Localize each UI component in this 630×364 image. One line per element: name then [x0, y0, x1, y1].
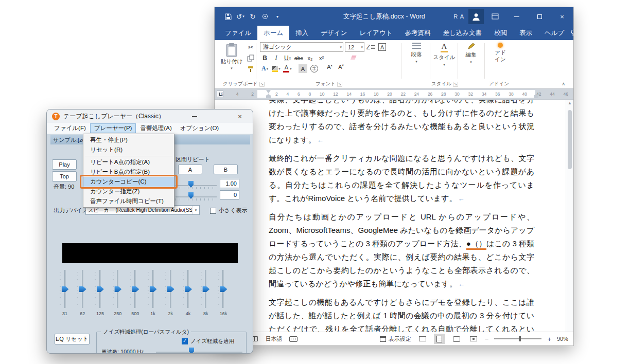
save-icon[interactable] — [223, 11, 233, 22]
ribbon-tab[interactable]: 挿入 — [289, 26, 314, 40]
repeat-a-button[interactable]: A — [178, 165, 202, 174]
checkbox-icon[interactable] — [55, 353, 61, 354]
eq-band-slider[interactable]: 4k — [181, 269, 196, 316]
document-area[interactable]: 実際、文字起こしというものは、話者が分かれないので、実際に話者を分けた上で議事録… — [215, 100, 573, 332]
character-border-button[interactable]: A — [377, 42, 387, 52]
checkbox-icon[interactable] — [210, 208, 216, 214]
styles-gallery-button[interactable]: A スタイル ▾ — [433, 43, 456, 67]
collapse-ribbon-icon[interactable]: ∧ — [562, 81, 565, 86]
eq-slider-handle[interactable] — [114, 286, 121, 292]
eq-band-slider[interactable]: 62 — [75, 269, 90, 316]
superscript-button[interactable]: x² — [317, 53, 326, 63]
addin-button[interactable]: アドイン — [488, 43, 513, 63]
eq-slider-handle[interactable] — [185, 286, 192, 292]
keyboard-icon[interactable] — [289, 336, 297, 342]
mono-checkbox[interactable]: モノラル化 — [55, 352, 92, 354]
grow-font-button[interactable]: A▴ — [325, 64, 335, 74]
focus-mode-button[interactable] — [468, 334, 479, 344]
checked-checkbox-icon[interactable] — [182, 338, 188, 344]
eq-band-slider[interactable]: 8k — [198, 269, 214, 316]
speed-slider[interactable] — [176, 185, 217, 186]
phonetic-guide-button[interactable]: Z — [366, 42, 376, 52]
language-status[interactable]: 日本語 — [265, 335, 282, 343]
eq-slider-handle[interactable] — [62, 286, 69, 292]
word-titlebar[interactable]: ↺▾ ↻ ▾ 文字起こし原稿.docx - Word R A × — [215, 7, 573, 26]
cut-icon[interactable]: ✂ — [246, 43, 256, 51]
font-size-select[interactable]: 12 ▾ — [345, 42, 364, 52]
document-page[interactable]: 実際、文字起こしというものは、話者が分かれないので、実際に話者を分けた上で議事録… — [269, 100, 534, 332]
menu-item[interactable]: リセット(R) — [83, 145, 174, 155]
subscript-button[interactable]: x₂ — [305, 53, 315, 63]
zoom-slider[interactable] — [494, 338, 541, 339]
shrink-font-button[interactable]: A▾ — [336, 64, 346, 74]
menubar-item[interactable]: ファイル(F) — [50, 123, 90, 133]
eq-slider-handle[interactable] — [202, 286, 209, 292]
maximize-button[interactable] — [528, 7, 551, 26]
menu-item[interactable]: リピートA点の指定(A) — [83, 157, 174, 167]
clipboard-dialog-launcher[interactable]: ↘ — [259, 82, 265, 87]
format-painter-icon[interactable] — [246, 65, 256, 73]
eq-band-slider[interactable]: 31 — [57, 269, 73, 316]
close-button[interactable]: × — [551, 7, 573, 26]
small-view-checkbox[interactable]: 小さく表示 — [210, 207, 248, 214]
eq-band-slider[interactable]: 500 — [128, 269, 143, 316]
minimize-button[interactable] — [505, 7, 528, 26]
menu-item[interactable]: 音声ファイル時間コピー(T) — [83, 196, 174, 206]
close-button[interactable]: × — [232, 111, 248, 122]
ribbon-tab[interactable]: ホーム — [257, 26, 289, 40]
ribbon-tab[interactable]: ヘルプ — [538, 26, 570, 40]
eq-slider-handle[interactable] — [150, 286, 157, 292]
menubar-item[interactable]: プレーヤー(P) — [90, 123, 136, 133]
minimize-button[interactable] — [187, 111, 202, 122]
menu-item[interactable]: カウンターコピー(C) — [83, 177, 174, 187]
eq-band-slider[interactable]: 1k — [145, 269, 161, 316]
underline-button[interactable]: U▾ — [283, 53, 292, 63]
paste-button[interactable]: 貼り付け ▾ — [220, 43, 243, 70]
display-settings-button[interactable]: 表示設定 — [380, 335, 411, 343]
counter-slider[interactable] — [176, 196, 217, 197]
eq-slider-handle[interactable] — [79, 286, 86, 292]
read-mode-button[interactable] — [417, 334, 428, 344]
character-shading-button[interactable]: A — [298, 64, 308, 74]
italic-button[interactable]: I — [271, 53, 281, 63]
redo-icon[interactable]: ↻ — [248, 11, 258, 22]
clear-formatting-button[interactable] — [348, 53, 358, 63]
eq-band-slider[interactable]: 250 — [110, 269, 126, 316]
menu-item[interactable]: 再生・停止(P) — [83, 135, 174, 145]
avatar[interactable] — [468, 9, 484, 24]
ribbon-tab[interactable]: ファイル — [219, 26, 257, 40]
copy-icon[interactable] — [246, 54, 256, 62]
paragraph-group-button[interactable]: 段落 ▾ — [406, 43, 427, 64]
menubar-item[interactable]: オプション(O) — [176, 123, 223, 133]
menubar-item[interactable]: 音響処理(A) — [136, 123, 176, 133]
editing-group-button[interactable]: 編集 ▾ — [461, 43, 481, 64]
undo-icon[interactable]: ↺▾ — [235, 11, 246, 22]
speed-value-field[interactable]: 1.00 — [220, 179, 239, 188]
scrollbar-thumb[interactable] — [568, 110, 572, 169]
styles-dialog-launcher[interactable]: ↘ — [453, 82, 458, 87]
zoom-in-button[interactable]: + — [547, 335, 551, 343]
vertical-scrollbar[interactable]: ▲ — [566, 100, 573, 332]
ribbon-tab[interactable]: デザイン — [314, 26, 353, 40]
zoom-slider-thumb[interactable] — [519, 336, 521, 341]
eq-slider-handle[interactable] — [220, 286, 227, 292]
menu-item[interactable]: カウンター指定(Z) — [83, 187, 174, 196]
eq-band-slider[interactable]: 2k — [163, 269, 178, 316]
enclose-characters-button[interactable]: 字 — [309, 64, 319, 74]
touch-mode-icon[interactable] — [260, 11, 270, 22]
eq-band-slider[interactable]: 16k — [216, 269, 231, 316]
counter-value-field[interactable]: 0 — [220, 190, 239, 199]
eq-slider-handle[interactable] — [97, 286, 104, 292]
top-button[interactable]: Top — [52, 171, 77, 181]
menu-item[interactable]: リピートB点の指定(B) — [83, 167, 174, 177]
text-effects-button[interactable]: A▾ — [260, 64, 270, 74]
ribbon-tab[interactable]: レイアウト — [353, 26, 398, 40]
font-color-button[interactable]: A▾ — [283, 64, 292, 74]
eq-reset-button[interactable]: EQ リセット — [55, 334, 90, 344]
font-dialog-launcher[interactable]: ↘ — [337, 82, 342, 87]
play-button[interactable]: Play — [52, 159, 77, 170]
web-layout-button[interactable] — [451, 334, 462, 344]
ribbon-tab[interactable]: 参考資料 — [398, 26, 436, 40]
highlight-button[interactable]: ▾ — [271, 64, 281, 74]
print-layout-button[interactable] — [434, 334, 445, 344]
